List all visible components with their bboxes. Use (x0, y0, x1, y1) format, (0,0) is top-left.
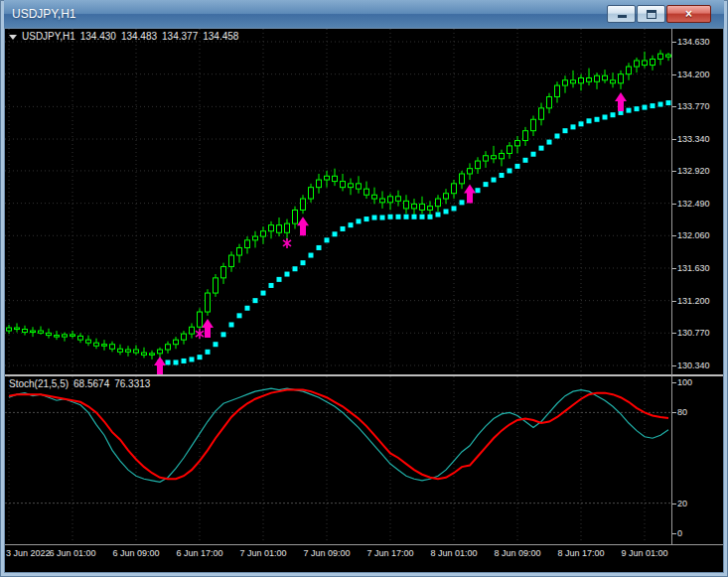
axis-tick (672, 382, 676, 383)
stoch-axis-label: 20 (677, 499, 687, 508)
axis-tick (672, 139, 676, 140)
price-axis-label: 132.490 (677, 199, 710, 209)
axis-tick (672, 74, 676, 75)
chart-client-area: USDJPY,H1 134.430 134.483 134.377 134.45… (4, 28, 724, 573)
time-axis-label: 8 Jun 09:00 (494, 548, 540, 558)
buy-arrow-icon (464, 185, 476, 204)
price-axis-label: 133.340 (677, 134, 710, 144)
titlebar[interactable]: USDJPY,H1 × (4, 0, 724, 28)
axis-tick (672, 171, 676, 172)
stochastic-canvas[interactable] (5, 376, 671, 543)
time-axis-label: 3 Jun 2022 (6, 548, 51, 558)
time-axis-label: 7 Jun 17:00 (366, 548, 413, 558)
maximize-icon (647, 10, 656, 19)
stoch-axis-label: 80 (677, 407, 687, 417)
time-axis-label: 7 Jun 01:00 (239, 548, 286, 558)
axis-tick (672, 235, 676, 236)
time-axis-label: 7 Jun 09:00 (303, 548, 350, 558)
window-controls: × (607, 5, 724, 23)
axis-tick (672, 268, 676, 269)
price-axis-label: 130.340 (677, 361, 710, 370)
axis-tick (672, 533, 676, 534)
axis-tick (672, 106, 676, 107)
stochastic-axis[interactable]: 10080200 (672, 376, 723, 545)
axis-tick (672, 204, 676, 205)
main-chart-pane[interactable]: USDJPY,H1 134.430 134.483 134.377 134.45… (5, 29, 672, 376)
time-axis-label: 8 Jun 17:00 (557, 548, 604, 558)
main-chart-canvas[interactable] (5, 29, 671, 374)
price-axis-label: 131.630 (677, 263, 710, 273)
price-axis-label: 134.200 (677, 70, 710, 79)
price-axis-label: 134.630 (677, 37, 710, 47)
axis-tick (672, 333, 676, 334)
close-button[interactable]: × (666, 5, 711, 23)
axis-tick (672, 301, 676, 302)
axis-tick (672, 504, 676, 505)
time-axis-label: 8 Jun 01:00 (430, 548, 477, 558)
buy-arrow-icon (297, 216, 309, 235)
time-axis-label: 6 Jun 09:00 (112, 548, 159, 558)
time-axis-label: 6 Jun 17:00 (176, 548, 222, 558)
stoch-axis-label: 0 (677, 528, 682, 538)
stoch-axis-label: 100 (677, 377, 692, 387)
price-axis-label: 130.770 (677, 328, 710, 338)
axis-tick (672, 42, 676, 43)
maximize-restore-button[interactable] (637, 5, 665, 23)
price-axis-label: 131.200 (677, 296, 710, 306)
price-axis-label: 132.920 (677, 166, 710, 176)
time-axis-label: 6 Jun 01:00 (49, 548, 95, 558)
stochastic-pane[interactable]: Stoch(21,5,5) 68.5674 76.3313 (5, 376, 672, 545)
axis-tick (672, 412, 676, 413)
buy-arrow-icon (202, 319, 214, 338)
buy-arrow-icon (615, 92, 627, 111)
close-icon: × (685, 7, 692, 21)
chart-window: USDJPY,H1 × USDJPY,H1 134.430 134.483 13… (0, 0, 728, 577)
minimize-button[interactable] (607, 5, 636, 23)
axis-tick (672, 365, 676, 366)
price-axis-label: 132.060 (677, 230, 710, 240)
time-axis-label: 9 Jun 01:00 (621, 548, 667, 558)
window-title: USDJPY,H1 (12, 7, 75, 21)
price-axis[interactable]: 134.630134.200133.770133.340132.920132.4… (672, 29, 723, 376)
price-axis-label: 133.770 (677, 101, 710, 111)
minimize-icon (618, 15, 627, 18)
chevron-down-icon[interactable] (9, 35, 17, 40)
time-axis[interactable]: 3 Jun 20226 Jun 01:006 Jun 09:006 Jun 17… (5, 545, 723, 572)
